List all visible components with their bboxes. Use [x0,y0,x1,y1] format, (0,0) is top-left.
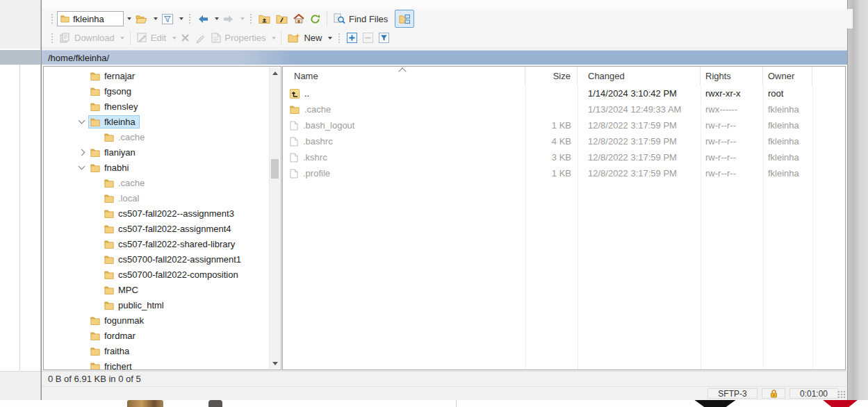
tree-item[interactable]: flaniyan [44,144,270,160]
find-files-label: Find Files [349,14,388,24]
file-row[interactable]: .kshrc3 KB12/8/2022 3:17:59 PMrw-r--r--f… [283,149,845,165]
chevron-down-icon [78,163,85,170]
window-resize-grip[interactable] [837,390,846,399]
tree-item[interactable]: fordmar [44,328,270,343]
forward-button[interactable] [220,10,237,27]
download-dropdown[interactable] [117,30,126,47]
toolbar-drag-grip[interactable] [188,13,192,25]
filter-ok-icon [379,33,389,43]
selection-filter-button[interactable] [376,30,392,47]
root-directory-button[interactable] [273,10,290,27]
session-selector-combo[interactable]: fkleinha [57,11,124,26]
tree-expander-icon[interactable] [76,166,87,169]
tree-item[interactable]: cs507-fall2022-assignment4 [44,221,270,236]
column-header-size[interactable]: Size [525,67,578,85]
tree-item[interactable]: cs507-fall2022--assignment3 [44,206,270,221]
tree-item[interactable]: fraitha [44,343,270,358]
filter-button[interactable] [159,10,176,27]
tree-expander-icon[interactable] [76,120,87,123]
tree-item[interactable]: MPC [44,282,270,297]
filter-dropdown[interactable] [176,10,185,27]
file-row[interactable]: .profile1 KB12/8/2022 3:17:59 PMrw-r--r-… [283,165,845,181]
file-rights: rw-r--r-- [701,168,763,178]
column-header-rights[interactable]: Rights [701,67,763,85]
tree-item[interactable]: .local [44,190,270,206]
download-button[interactable]: Download [57,30,117,47]
properties-dropdown[interactable] [268,30,277,47]
properties-button[interactable]: Properties [208,30,268,47]
file-row[interactable]: .cache1/13/2024 12:49:33 AMrwx------fkle… [283,101,845,117]
session-duration-segment[interactable]: 0:01:00 [789,388,838,399]
protocol-status-segment[interactable]: SFTP-3 [707,388,758,399]
tree-item-box: cs507-fall2022-shared-library [102,238,239,251]
session-dropdown-button[interactable] [124,10,133,27]
column-header-changed[interactable]: Changed [578,67,701,85]
tree-item[interactable]: fgsong [44,83,270,99]
file-changed: 1/14/2024 3:10:42 PM [578,88,701,99]
tree-item[interactable]: fhensley [44,99,270,114]
remove-from-selection-button[interactable] [360,30,376,47]
scrollbar-down-arrow[interactable] [270,358,280,369]
forward-history-dropdown[interactable] [237,10,246,27]
toolbar-separator [281,31,281,45]
folder-icon [104,178,114,188]
synchronize-panels-toggle[interactable] [395,10,414,28]
toolbar-drag-grip[interactable] [50,13,54,25]
rename-button[interactable] [193,30,208,47]
open-directory-dropdown[interactable] [150,10,159,27]
toolbar-drag-grip[interactable] [337,32,341,44]
tree-item-box: cs50700-fall2022-composition [102,268,243,281]
folder-icon [90,102,100,111]
encryption-status-segment[interactable] [762,388,785,399]
properties-icon [211,33,221,43]
new-button[interactable]: New [285,30,325,47]
new-dropdown[interactable] [325,30,334,47]
tree-item[interactable]: fkleinha [44,114,270,129]
funnel-icon [162,14,173,24]
edit-dropdown[interactable] [169,30,178,47]
remote-path-bar[interactable]: /home/fkleinha/ [42,50,847,65]
tree-item-label: fraitha [104,346,129,356]
open-directory-button[interactable] [133,10,150,27]
scrollbar-thumb[interactable] [271,159,279,178]
tree-item[interactable]: fogunmak [44,313,270,328]
file-icon [290,137,298,147]
home-icon [293,14,304,24]
file-list-body: ..1/14/2024 3:10:42 PMrwxr-xr-xroot.cach… [283,85,845,181]
scrollbar-up-arrow[interactable] [270,67,280,78]
tree-item-box: fogunmak [88,314,148,327]
tree-item-label: cs50700-fall2022-composition [118,269,238,280]
edit-button[interactable]: Edit [134,30,169,47]
tree-item[interactable]: cs507-fall2022-shared-library [44,236,270,251]
tree-item[interactable]: fernajar [44,68,270,83]
tree-item[interactable]: .cache [44,129,270,144]
home-directory-button[interactable] [290,10,307,27]
file-row[interactable]: .bashrc4 KB12/8/2022 3:17:59 PMrw-r--r--… [283,133,845,149]
tree-item[interactable]: fnabhi [44,160,270,175]
tree-item-box: public_html [102,299,168,312]
toolbar-drag-grip[interactable] [249,13,253,25]
add-to-selection-button[interactable] [344,30,360,47]
file-owner: fkleinha [763,136,812,147]
refresh-button[interactable] [307,10,323,27]
parent-directory-button[interactable] [256,10,273,27]
tree-item[interactable]: frichert [44,358,270,369]
tree-item[interactable]: cs50700-fall2022-assignment1 [44,251,270,267]
delete-button[interactable] [178,30,193,47]
tree-item-box: .local [102,192,143,205]
back-button[interactable] [195,10,211,27]
column-gridline [701,85,701,369]
tree-expander-icon[interactable] [76,150,87,155]
plus-box-icon [347,33,357,43]
find-files-button[interactable]: Find Files [331,10,391,27]
tree-item[interactable]: public_html [44,297,270,313]
tree-scrollbar[interactable] [269,67,280,369]
tree-item[interactable]: cs50700-fall2022-composition [44,267,270,282]
tree-item[interactable]: .cache [44,175,270,190]
delete-x-icon [181,33,190,42]
file-row[interactable]: .bash_logout1 KB12/8/2022 3:17:59 PMrw-r… [283,117,845,133]
file-row[interactable]: ..1/14/2024 3:10:42 PMrwxr-xr-xroot [283,85,845,101]
toolbar-drag-grip[interactable] [50,32,54,44]
back-history-dropdown[interactable] [211,10,220,27]
column-header-owner[interactable]: Owner [763,67,812,85]
